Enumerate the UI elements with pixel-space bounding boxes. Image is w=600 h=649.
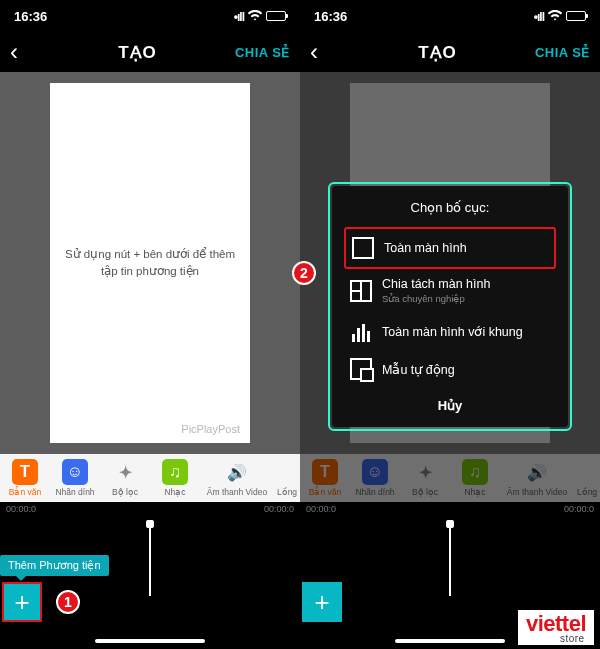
overflow-icon (274, 459, 300, 485)
status-indicators (534, 9, 586, 24)
layout-option-auto[interactable]: Mẫu tự động (344, 350, 556, 388)
dialog-cancel[interactable]: Hủy (344, 388, 556, 417)
tool-text[interactable]: T Bản văn (0, 459, 50, 497)
layout-option-split[interactable]: Chia tách màn hình Sửa chuyên nghiệp (344, 269, 556, 312)
home-indicator[interactable] (395, 639, 505, 643)
layout-split-sub: Sửa chuyên nghiệp (382, 293, 490, 304)
nav-bar: ‹ TẠO CHIA SẺ (0, 32, 300, 72)
time-start: 00:00:0 (6, 504, 36, 514)
placeholder-text: Sử dụng nút + bên dưới để thêm tập tin p… (60, 246, 240, 281)
sticker-icon: ☺ (62, 459, 88, 485)
status-bar: 16:36 (300, 0, 600, 32)
preview-canvas[interactable]: Sử dụng nút + bên dưới để thêm tập tin p… (50, 83, 250, 443)
timecodes: 00:00:0 00:00:0 (0, 502, 300, 516)
timeline[interactable]: 00:00:0 00:00:0 (0, 502, 300, 602)
back-button[interactable]: ‹ (10, 38, 40, 66)
status-indicators (234, 9, 286, 24)
add-media-button[interactable]: + (2, 582, 42, 622)
status-time: 16:36 (14, 9, 47, 24)
share-button[interactable]: CHIA SẺ (235, 45, 290, 60)
music-icon: ♫ (162, 459, 188, 485)
wifi-icon (248, 9, 262, 24)
brand-sub: store (560, 634, 586, 643)
preview-area: Sử dụng nút + bên dưới để thêm tập tin p… (0, 72, 300, 454)
tool-filter[interactable]: ✦ Bộ lọc (100, 459, 150, 497)
frame-icon (350, 320, 372, 342)
back-button[interactable]: ‹ (310, 38, 340, 66)
layout-split-label: Chia tách màn hình (382, 277, 490, 291)
status-time: 16:36 (314, 9, 347, 24)
brand-main: viettel (526, 614, 586, 634)
playhead[interactable] (149, 526, 151, 596)
tool-music-label: Nhạc (150, 487, 200, 497)
nav-bar: ‹ TẠO CHIA SẺ (300, 32, 600, 72)
track[interactable] (0, 520, 300, 550)
layout-frame-label: Toàn màn hình với khung (382, 324, 523, 339)
layout-dialog: Chọn bố cục: Toàn màn hình Chia tách màn… (328, 182, 572, 431)
tool-sticker[interactable]: ☺ Nhãn dính (50, 459, 100, 497)
signal-icon (234, 9, 244, 24)
battery-icon (266, 11, 286, 21)
add-media-tooltip: Thêm Phương tiện (0, 555, 109, 576)
time-start: 00:00:0 (306, 504, 336, 514)
tool-row: T Bản văn ☺ Nhãn dính ✦ Bộ lọc ♫ Nhạc 🔊 … (0, 454, 300, 502)
tool-overflow-label: Lồng (274, 487, 300, 497)
watermark: PicPlayPost (181, 423, 240, 435)
nav-title: TẠO (40, 42, 235, 63)
signal-icon (534, 9, 544, 24)
step-badge-2: 2 (292, 261, 316, 285)
fullscreen-icon (352, 237, 374, 259)
step-badge-1: 1 (56, 590, 80, 614)
layout-option-frame[interactable]: Toàn màn hình với khung (344, 312, 556, 350)
track[interactable] (300, 520, 600, 550)
battery-icon (566, 11, 586, 21)
sound-icon: 🔊 (224, 459, 250, 485)
text-icon: T (12, 459, 38, 485)
timecodes: 00:00:0 00:00:0 (300, 502, 600, 516)
auto-icon (350, 358, 372, 380)
tool-music[interactable]: ♫ Nhạc (150, 459, 200, 497)
tool-overflow[interactable]: Lồng (274, 459, 300, 497)
brand-logo: viettel store (518, 610, 594, 645)
tool-sound[interactable]: 🔊 Âm thanh Video (200, 459, 274, 497)
layout-full-label: Toàn màn hình (384, 241, 467, 255)
share-button[interactable]: CHIA SẺ (535, 45, 590, 60)
home-indicator[interactable] (95, 639, 205, 643)
playhead[interactable] (449, 526, 451, 596)
tool-filter-label: Bộ lọc (100, 487, 150, 497)
toolrow-dim (300, 454, 600, 502)
phone-right: 16:36 ‹ TẠO CHIA SẺ T Bản văn ☺ (300, 0, 600, 649)
split-icon (350, 280, 372, 302)
tool-sticker-label: Nhãn dính (50, 487, 100, 497)
time-end: 00:00:0 (564, 504, 594, 514)
time-end: 00:00:0 (264, 504, 294, 514)
add-media-button[interactable]: + (302, 582, 342, 622)
tool-sound-label: Âm thanh Video (200, 487, 274, 497)
dialog-title: Chọn bố cục: (344, 200, 556, 215)
layout-auto-label: Mẫu tự động (382, 362, 455, 377)
wifi-icon (548, 9, 562, 24)
phone-left: 16:36 ‹ TẠO CHIA SẺ Sử dụng nút + bên dư… (0, 0, 300, 649)
nav-title: TẠO (340, 42, 535, 63)
timeline[interactable]: 00:00:0 00:00:0 (300, 502, 600, 602)
layout-option-full[interactable]: Toàn màn hình (344, 227, 556, 269)
filter-icon: ✦ (112, 459, 138, 485)
tool-text-label: Bản văn (0, 487, 50, 497)
status-bar: 16:36 (0, 0, 300, 32)
